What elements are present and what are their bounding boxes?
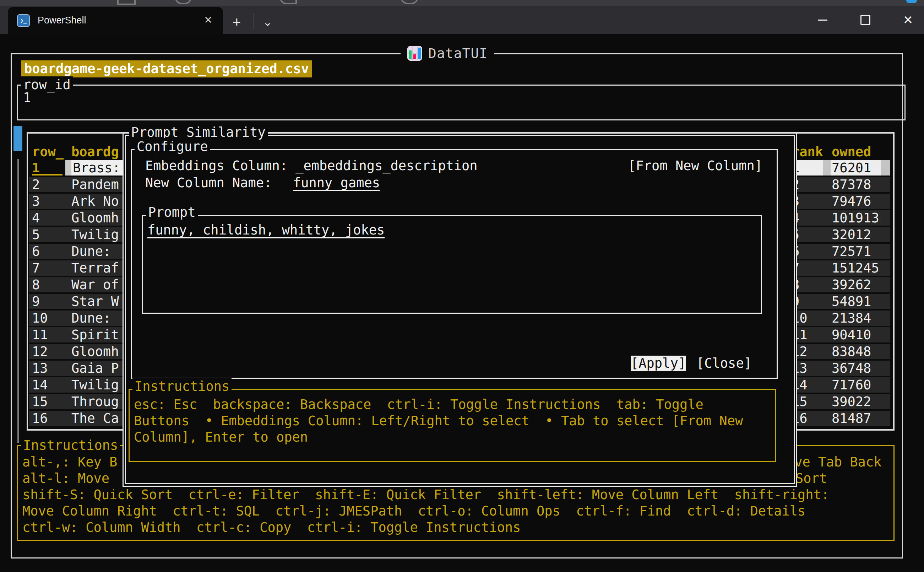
new-tab-button[interactable]: + bbox=[233, 17, 241, 27]
app-title: DataTUI bbox=[401, 44, 494, 62]
row-number-cell: 1 bbox=[32, 160, 62, 176]
column-header[interactable]: owned bbox=[832, 144, 871, 160]
cell-value: Spirit bbox=[71, 327, 119, 342]
column-header[interactable]: row_ bbox=[32, 144, 64, 160]
cell-value: Ark No bbox=[71, 194, 119, 209]
cell-value: Gloomh bbox=[71, 344, 119, 359]
cell-value: 79476 bbox=[832, 194, 871, 209]
shortcut-text: alt-l: Move bbox=[22, 470, 109, 487]
table-row[interactable]: 10Dune: bbox=[29, 311, 123, 326]
new-column-name-input[interactable]: funny_games bbox=[293, 175, 380, 190]
table-row[interactable]: 1681487 bbox=[788, 411, 890, 426]
cell-value: 32012 bbox=[832, 227, 871, 242]
cell-value: Star W bbox=[71, 294, 119, 309]
cell-value: 71760 bbox=[832, 377, 871, 393]
cell-value: 81487 bbox=[832, 411, 871, 426]
left-table-pane: row_ boardg 1Brass:2Pandem3Ark No4Gloomh… bbox=[29, 144, 123, 428]
background-icon-fragment bbox=[401, 0, 418, 4]
row-number-cell: 7 bbox=[32, 260, 40, 276]
row-number-cell: 13 bbox=[32, 361, 48, 376]
table-row[interactable]: 7151245 bbox=[788, 260, 890, 276]
table-row[interactable]: 1Brass: bbox=[29, 160, 123, 176]
scrollbar-track[interactable] bbox=[17, 159, 19, 443]
row-number-cell: 3 bbox=[32, 194, 40, 209]
table-row[interactable]: 3Ark No bbox=[29, 194, 123, 209]
prompt-similarity-dialog: Prompt Similarity Configure Embeddings C… bbox=[122, 132, 797, 487]
table-row[interactable]: 5Twilig bbox=[29, 227, 123, 242]
configure-title: Configure bbox=[135, 138, 210, 155]
from-new-column-button[interactable]: [From New Column] bbox=[628, 158, 763, 173]
table-row[interactable]: 15Throug bbox=[29, 394, 123, 409]
table-row[interactable]: 954891 bbox=[788, 294, 890, 309]
column-header[interactable]: boardg bbox=[71, 144, 119, 160]
table-row[interactable]: 2Pandem bbox=[29, 177, 123, 192]
embeddings-column-selector[interactable]: Embeddings Column: _embeddings_descripti… bbox=[145, 158, 478, 173]
minimize-button[interactable] bbox=[807, 6, 839, 34]
table-row[interactable]: 14Twilig bbox=[29, 377, 123, 393]
cell-value: Throug bbox=[71, 394, 119, 409]
table-row[interactable]: 4101913 bbox=[788, 210, 890, 225]
row-number-cell: 4 bbox=[32, 210, 40, 225]
table-row[interactable]: 1283848 bbox=[788, 344, 890, 359]
table-row[interactable]: 1539022 bbox=[788, 394, 890, 409]
configure-section: Configure Embeddings Column: _embeddings… bbox=[131, 149, 778, 379]
cell-value: 76201 bbox=[832, 160, 871, 176]
tab-dropdown-icon[interactable]: ⌄ bbox=[263, 15, 272, 29]
table-row[interactable]: 1471760 bbox=[788, 377, 890, 393]
background-icon-fragment bbox=[280, 0, 297, 4]
cell-value: Dune: bbox=[71, 244, 111, 259]
table-row[interactable]: 6Dune: bbox=[29, 244, 123, 259]
table-row[interactable]: 9Star W bbox=[29, 294, 123, 309]
scrollbar-thumb[interactable] bbox=[14, 126, 22, 151]
close-button[interactable]: ✕ bbox=[892, 6, 924, 34]
shortcut-text: shift-S: Quick Sort ctrl-e: Filter shift… bbox=[22, 487, 829, 503]
tab-powershell[interactable]: ❯_ PowerShell ✕ bbox=[8, 7, 223, 34]
tab-separator bbox=[254, 13, 254, 30]
row-number-cell: 6 bbox=[32, 244, 40, 259]
prompt-input-text[interactable]: funny, childish, whitty, jokes bbox=[147, 222, 384, 238]
filename-badge[interactable]: boardgame-geek-dataset_organized.csv bbox=[21, 61, 312, 78]
row-number-cell: 15 bbox=[32, 394, 48, 409]
table-row[interactable]: 1336748 bbox=[788, 361, 890, 376]
background-icon-fragment bbox=[117, 0, 136, 5]
close-icon: ✕ bbox=[903, 13, 913, 27]
table-row[interactable]: 8War of bbox=[29, 277, 123, 292]
table-row[interactable]: 7Terraf bbox=[29, 260, 123, 276]
tab-bar: ❯_ PowerShell ✕ + ⌄ ✕ bbox=[0, 6, 924, 34]
cell-value: The Ca bbox=[71, 411, 119, 426]
dialog-instructions-panel: Instructions esc: Esc backspace: Backspa… bbox=[129, 389, 776, 462]
cell-value: Twilig bbox=[71, 227, 119, 242]
table-row[interactable]: 1021384 bbox=[788, 311, 890, 326]
right-table-pane: rank owned 17620128737837947641019135320… bbox=[788, 144, 890, 428]
table-row[interactable]: 1190410 bbox=[788, 327, 890, 342]
table-row[interactable]: 532012 bbox=[788, 227, 890, 242]
maximize-button[interactable] bbox=[850, 6, 881, 34]
apply-button[interactable]: [Apply] bbox=[631, 356, 686, 371]
table-row[interactable]: 12Gloomh bbox=[29, 344, 123, 359]
table-row[interactable]: 839262 bbox=[788, 277, 890, 292]
table-row[interactable]: 16The Ca bbox=[29, 411, 123, 426]
row-id-panel[interactable]: row_id 1 bbox=[17, 85, 905, 120]
table-row[interactable]: 672571 bbox=[788, 244, 890, 259]
table-row[interactable]: 176201 bbox=[788, 160, 890, 176]
close-dialog-button[interactable]: [Close] bbox=[696, 356, 752, 371]
row-number-cell: 8 bbox=[32, 277, 40, 292]
app-title-text: DataTUI bbox=[428, 45, 488, 61]
table-row[interactable]: 13Gaia P bbox=[29, 361, 123, 376]
tab-close-icon[interactable]: ✕ bbox=[204, 14, 212, 26]
shortcut-text: ctrl-w: Column Width ctrl-c: Copy ctrl-i… bbox=[22, 519, 521, 536]
table-row[interactable]: 4Gloomh bbox=[29, 210, 123, 225]
row-number-cell: 14 bbox=[32, 377, 48, 393]
cell-value: Pandem bbox=[71, 177, 119, 192]
row-number-cell: 11 bbox=[32, 327, 48, 342]
shortcut-text: Column], Enter to open bbox=[134, 429, 308, 446]
new-column-name-label: New Column Name: bbox=[145, 175, 272, 190]
row-number-cell: 12 bbox=[32, 344, 48, 359]
table-row[interactable]: 287378 bbox=[788, 177, 890, 192]
prompt-field[interactable]: Prompt funny, childish, whitty, jokes bbox=[142, 215, 762, 314]
cell-value: 87378 bbox=[832, 177, 871, 192]
table-row[interactable]: 379476 bbox=[788, 194, 890, 209]
shortcut-text: Sort bbox=[795, 470, 827, 487]
table-row[interactable]: 11Spirit bbox=[29, 327, 123, 342]
minimize-icon bbox=[818, 20, 828, 20]
